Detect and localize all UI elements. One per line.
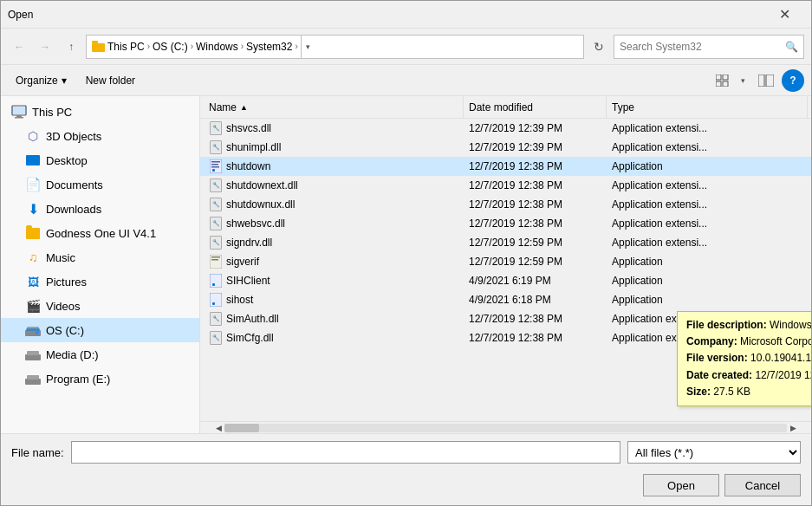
sidebar-item-osc[interactable]: OS (C:) <box>1 318 199 342</box>
file-date-shsvcs: 12/7/2019 12:39 PM <box>464 119 607 138</box>
forward-button[interactable]: → <box>34 36 56 58</box>
file-date-shunimpl: 12/7/2019 12:39 PM <box>464 138 607 157</box>
file-name-signdrv: 🔧 signdrv.dll <box>204 233 464 252</box>
view-mode-button[interactable] <box>711 69 735 92</box>
file-name-shutdownext: 🔧 shutdownext.dll <box>204 176 464 195</box>
open-dialog: Open ✕ ← → ↑ This PC › OS (C:) › Windows… <box>0 0 812 506</box>
hscroll-thumb[interactable] <box>224 424 259 432</box>
sidebar-item-videos[interactable]: 🎬 Videos <box>1 294 199 318</box>
dll-icon-shutdownext: 🔧 <box>209 178 223 192</box>
file-name-simauth: 🔧 SimAuth.dll <box>204 309 464 328</box>
sidebar-item-media[interactable]: Media (D:) <box>1 342 199 367</box>
file-row-shutdown[interactable]: shutdown 12/7/2019 12:38 PM Application <box>200 157 811 176</box>
dll-icon-shwebsvc: 🔧 <box>209 217 223 230</box>
col-header-type[interactable]: Type <box>607 96 808 118</box>
file-type-shutdownux: Application extensi... <box>607 195 808 214</box>
refresh-button[interactable]: ↻ <box>588 36 610 58</box>
hscroll-track <box>224 424 787 432</box>
file-row-shwebsvc[interactable]: 🔧 shwebsvc.dll 12/7/2019 12:38 PM Applic… <box>200 214 811 233</box>
breadcrumb[interactable]: This PC › OS (C:) › Windows › System32 ›… <box>86 35 584 59</box>
file-date-signdrv: 12/7/2019 12:59 PM <box>464 233 607 252</box>
svg-rect-20 <box>27 375 39 380</box>
file-name-input[interactable] <box>71 441 620 464</box>
file-row-shunimpl[interactable]: 🔧 shunimpl.dll 12/7/2019 12:39 PM Applic… <box>200 138 811 157</box>
sidebar-label-music: Music <box>46 251 75 264</box>
file-type-shunimpl: Application extensi... <box>607 138 808 157</box>
title-bar: Open ✕ <box>1 1 811 29</box>
svg-rect-3 <box>723 75 728 80</box>
svg-rect-28 <box>211 256 220 258</box>
file-list[interactable]: 🔧 shsvcs.dll 12/7/2019 12:39 PM Applicat… <box>200 119 811 421</box>
main-area: This PC ⬡ 3D Objects Desktop 📄 Documents… <box>1 96 811 433</box>
horizontal-scrollbar[interactable]: ◀ ▶ <box>200 421 811 433</box>
hscroll-left-button[interactable]: ◀ <box>212 422 224 434</box>
file-type-shsvcs: Application extensi... <box>607 119 808 138</box>
sort-arrow: ▲ <box>240 103 248 112</box>
file-type-sigverif: Application <box>607 252 808 271</box>
sidebar-label-documents: Documents <box>46 178 103 191</box>
breadcrumb-dropdown[interactable]: ▾ <box>301 35 315 59</box>
sidebar-item-music[interactable]: ♫ Music <box>1 245 199 269</box>
dll-icon-shunimpl: 🔧 <box>209 140 223 154</box>
close-button[interactable]: ✕ <box>764 1 804 29</box>
search-box: 🔍 <box>614 35 804 59</box>
file-row-shsvcs[interactable]: 🔧 shsvcs.dll 12/7/2019 12:39 PM Applicat… <box>200 119 811 138</box>
file-name-simcfg: 🔧 SimCfg.dll <box>204 328 464 347</box>
file-row-simcfg[interactable]: 🔧 SimCfg.dll 12/7/2019 12:38 PM Applicat… <box>200 328 811 347</box>
sidebar-item-documents[interactable]: 📄 Documents <box>1 172 199 197</box>
dll-icon: 🔧 <box>209 121 223 135</box>
sidebar-item-program[interactable]: Program (E:) <box>1 367 199 391</box>
col-header-name[interactable]: Name ▲ <box>204 96 464 118</box>
organize-button[interactable]: Organize ▾ <box>8 69 75 92</box>
svg-rect-10 <box>16 115 22 117</box>
sidebar-item-3d-objects[interactable]: ⬡ 3D Objects <box>1 124 199 148</box>
file-row-signdrv[interactable]: 🔧 signdrv.dll 12/7/2019 12:59 PM Applica… <box>200 233 811 252</box>
view-dropdown-button[interactable]: ▾ <box>737 69 750 92</box>
breadcrumb-osc[interactable]: OS (C:) › <box>153 41 194 53</box>
back-button[interactable]: ← <box>8 36 30 58</box>
sidebar-item-pictures[interactable]: 🖼 Pictures <box>1 269 199 294</box>
open-button[interactable]: Open <box>643 474 719 496</box>
sidebar-item-downloads[interactable]: ⬇ Downloads <box>1 197 199 221</box>
file-name-shunimpl: 🔧 shunimpl.dll <box>204 138 464 157</box>
breadcrumb-system32[interactable]: System32 › <box>246 41 299 53</box>
file-name-shutdown: shutdown <box>204 157 464 176</box>
col-header-date[interactable]: Date modified <box>464 96 607 118</box>
file-name-sihost: sihost <box>204 290 464 309</box>
hscroll-right-button[interactable]: ▶ <box>787 422 799 434</box>
file-row-sihclient[interactable]: SIHClient 4/9/2021 6:19 PM Application <box>200 271 811 290</box>
svg-rect-25 <box>211 166 219 168</box>
sidebar-item-this-pc[interactable]: This PC <box>1 100 199 124</box>
file-row-shutdownux[interactable]: 🔧 shutdownux.dll 12/7/2019 12:38 PM Appl… <box>200 195 811 214</box>
file-row-sigverif[interactable]: sigverif 12/7/2019 12:59 PM Application <box>200 252 811 271</box>
cancel-button[interactable]: Cancel <box>724 474 801 496</box>
dll-icon-simcfg: 🔧 <box>209 331 223 345</box>
breadcrumb-windows[interactable]: Windows › <box>196 41 244 53</box>
sidebar-item-desktop[interactable]: Desktop <box>1 148 199 172</box>
svg-rect-5 <box>723 81 728 87</box>
svg-rect-11 <box>15 117 23 119</box>
file-name-sigverif: sigverif <box>204 252 464 271</box>
file-row-shutdownext[interactable]: 🔧 shutdownext.dll 12/7/2019 12:38 PM App… <box>200 176 811 195</box>
sidebar-item-godness[interactable]: Godness One UI V4.1 <box>1 221 199 245</box>
sidebar-label-osc: OS (C:) <box>46 324 84 337</box>
dll-icon-signdrv: 🔧 <box>209 236 223 250</box>
svg-rect-30 <box>210 274 222 288</box>
svg-rect-14 <box>26 328 40 331</box>
file-name-label: File name: <box>11 446 64 459</box>
file-row-sihost[interactable]: sihost 4/9/2021 6:18 PM Application <box>200 290 811 309</box>
file-date-sihost: 4/9/2021 6:18 PM <box>464 290 607 309</box>
exe-blue-icon-sihost <box>209 293 223 307</box>
new-folder-button[interactable]: New folder <box>78 69 143 92</box>
file-type-simauth: Application extensi... <box>607 309 808 328</box>
search-input[interactable] <box>620 41 785 53</box>
sidebar-label-this-pc: This PC <box>32 106 72 119</box>
pane-button[interactable] <box>754 69 778 92</box>
file-row-simauth[interactable]: 🔧 SimAuth.dll 12/7/2019 12:38 PM Applica… <box>200 309 811 328</box>
file-type-select[interactable]: All files (*.*) <box>627 441 801 464</box>
breadcrumb-thispc[interactable]: This PC › <box>107 41 151 53</box>
up-button[interactable]: ↑ <box>60 36 82 58</box>
help-button[interactable]: ? <box>782 69 804 92</box>
exe-icon-sigverif <box>209 255 223 269</box>
svg-rect-31 <box>212 283 215 286</box>
